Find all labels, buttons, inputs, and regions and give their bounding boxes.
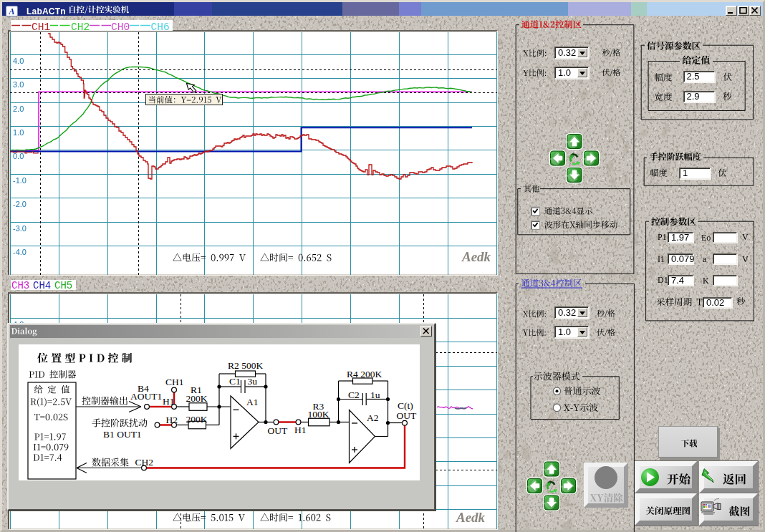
svg-text:CH5: CH5 (54, 280, 72, 290)
svg-text:-4.0: -4.0 (13, 248, 27, 256)
svg-text:C(t): C(t) (398, 400, 413, 411)
svg-text:4.0: 4.0 (13, 57, 24, 65)
svg-text:3.0: 3.0 (13, 80, 24, 89)
svg-text:H1: H1 (163, 396, 175, 407)
svg-text:R2 500K: R2 500K (228, 360, 263, 371)
svg-text:CH1: CH1 (165, 377, 184, 387)
svg-text:B1 OUT1: B1 OUT1 (103, 429, 142, 440)
svg-text:CH1: CH1 (32, 21, 50, 32)
svg-text:C2: C2 (348, 390, 360, 400)
svg-text:CH2: CH2 (71, 21, 90, 32)
svg-text:CH0: CH0 (111, 21, 130, 32)
svg-text:CH2: CH2 (135, 457, 154, 468)
svg-text:1.0: 1.0 (13, 128, 24, 137)
svg-text:CH4: CH4 (33, 280, 51, 290)
svg-text:H2: H2 (166, 415, 178, 425)
svg-text:100K: 100K (308, 409, 329, 420)
svg-text:0.0: 0.0 (13, 152, 24, 160)
svg-text:C1: C1 (229, 376, 241, 387)
svg-text:200K: 200K (186, 414, 208, 425)
svg-text:OUT: OUT (268, 425, 288, 436)
svg-text:3u: 3u (248, 376, 258, 387)
svg-text:AOUT1: AOUT1 (130, 391, 162, 402)
svg-text:1u: 1u (370, 390, 380, 400)
svg-text:A2: A2 (367, 412, 379, 423)
svg-text:2.0: 2.0 (13, 105, 24, 113)
svg-text:CH3: CH3 (11, 280, 29, 290)
svg-text:200K: 200K (186, 393, 208, 404)
svg-text:-3.0: -3.0 (13, 224, 27, 233)
svg-text:OUT: OUT (397, 410, 417, 421)
svg-text:R4 200K: R4 200K (347, 369, 382, 379)
svg-text:H1: H1 (294, 425, 307, 435)
svg-text:CH6: CH6 (151, 21, 170, 32)
svg-text:A1: A1 (246, 397, 259, 407)
svg-text:-2.0: -2.0 (13, 200, 27, 208)
svg-text:-1.0: -1.0 (13, 176, 27, 185)
